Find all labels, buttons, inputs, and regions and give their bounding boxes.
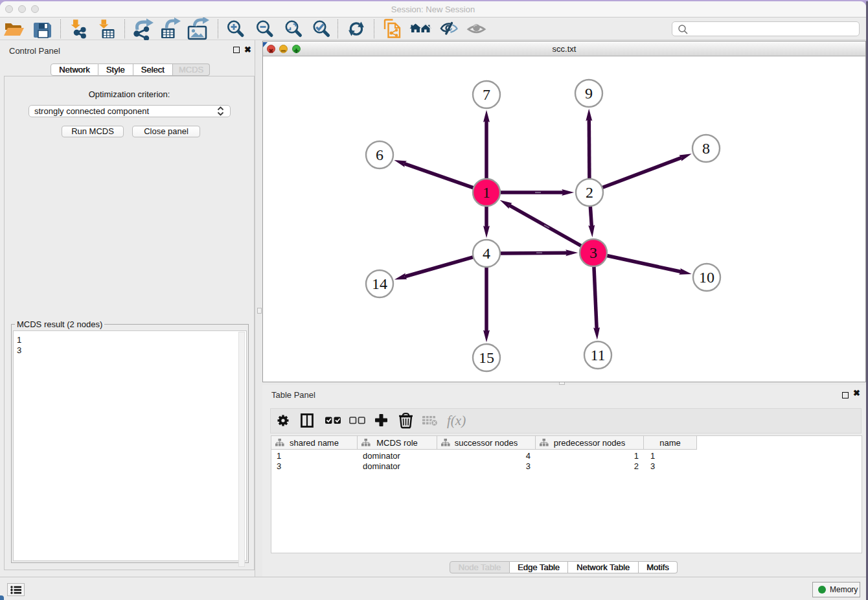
- svg-text:f(x): f(x): [447, 413, 466, 428]
- svg-text:11: 11: [590, 347, 605, 363]
- svg-text:9: 9: [585, 85, 593, 102]
- svg-text:14: 14: [372, 275, 387, 292]
- svg-text:8: 8: [702, 140, 710, 157]
- svg-text:3: 3: [589, 244, 597, 261]
- svg-text:6: 6: [376, 146, 383, 163]
- svg-text:2: 2: [586, 184, 593, 201]
- svg-text:7: 7: [483, 86, 490, 103]
- svg-text:10: 10: [699, 269, 714, 286]
- svg-text:4: 4: [483, 245, 490, 262]
- svg-text:15: 15: [479, 349, 494, 366]
- svg-text:1: 1: [483, 184, 490, 201]
